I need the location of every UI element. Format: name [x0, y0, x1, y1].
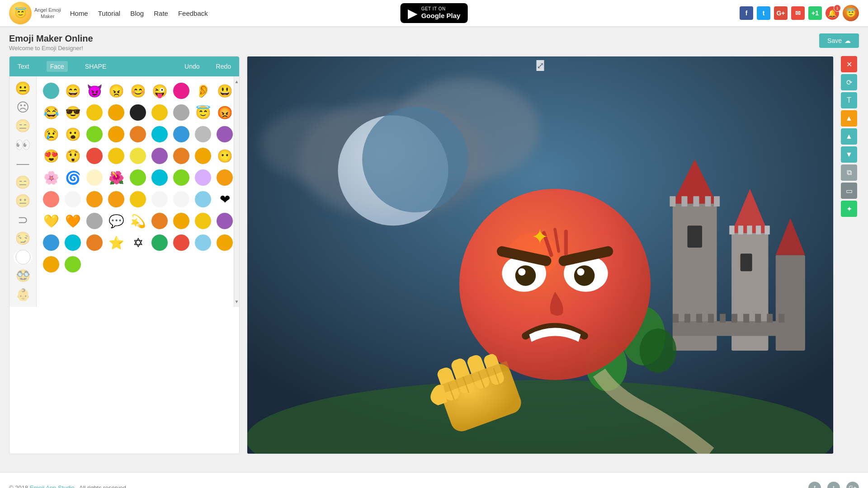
- emoji-cell[interactable]: 😲: [63, 146, 83, 166]
- save-button[interactable]: Save ☁: [819, 33, 859, 48]
- emoji-cell[interactable]: [106, 124, 126, 144]
- emoji-cell[interactable]: [41, 254, 61, 274]
- emoji-cell[interactable]: 👂: [193, 81, 213, 101]
- emoji-cell[interactable]: [41, 189, 61, 209]
- emoji-cell[interactable]: [150, 124, 170, 144]
- emoji-cell[interactable]: [128, 146, 148, 166]
- emoji-cell[interactable]: [85, 211, 104, 231]
- emoji-cell[interactable]: 💛: [41, 211, 61, 231]
- face-item[interactable]: —: [14, 156, 33, 171]
- tab-redo[interactable]: Redo: [212, 61, 235, 72]
- emoji-cell[interactable]: 😂: [41, 103, 61, 122]
- emoji-cell[interactable]: [63, 254, 83, 274]
- footer-twitter-button[interactable]: t: [827, 482, 840, 488]
- emoji-cell[interactable]: 😎: [63, 103, 83, 122]
- emoji-cell[interactable]: [85, 103, 104, 122]
- email-button[interactable]: ✉: [791, 6, 805, 20]
- nav-rate[interactable]: Rate: [154, 9, 168, 17]
- emoji-cell[interactable]: [128, 168, 148, 188]
- emoji-cell[interactable]: 😈: [85, 81, 104, 101]
- emoji-cell[interactable]: 😡: [215, 103, 234, 122]
- nav-home[interactable]: Home: [70, 9, 88, 17]
- face-item[interactable]: 😑: [14, 118, 33, 134]
- emoji-cell[interactable]: [128, 124, 148, 144]
- footer-studio-link[interactable]: Emoji App Studio: [30, 484, 75, 488]
- emoji-cell[interactable]: 💬: [106, 211, 126, 231]
- scroll-down-arrow[interactable]: ▼: [233, 297, 241, 306]
- emoji-cell[interactable]: ⭐: [106, 233, 126, 253]
- tab-shape[interactable]: SHAPE: [81, 61, 110, 72]
- face-item[interactable]: 😏: [14, 231, 33, 246]
- emoji-cell[interactable]: 😄: [63, 81, 83, 101]
- emoji-cell[interactable]: [215, 211, 234, 231]
- toolbar-close-button[interactable]: ✕: [841, 56, 857, 72]
- google-play-button[interactable]: ▶ GET IT ON Google Play: [401, 3, 468, 23]
- emoji-cell[interactable]: 😮: [63, 124, 83, 144]
- emoji-cell[interactable]: [106, 189, 126, 209]
- emoji-cell[interactable]: 😍: [41, 146, 61, 166]
- toolbar-resize-button[interactable]: ▭: [841, 183, 857, 199]
- emoji-cell[interactable]: [193, 124, 213, 144]
- emoji-cell[interactable]: 😶: [215, 146, 234, 166]
- toolbar-special-button[interactable]: ✦: [841, 201, 857, 217]
- emoji-cell[interactable]: [150, 103, 170, 122]
- emoji-cell[interactable]: [41, 81, 61, 101]
- emoji-cell[interactable]: [150, 168, 170, 188]
- toolbar-collapse-button[interactable]: ▼: [841, 146, 857, 163]
- google-plus-button[interactable]: G+: [774, 6, 788, 20]
- emoji-cell[interactable]: 💫: [128, 211, 148, 231]
- emoji-cell[interactable]: [171, 233, 191, 253]
- nav-feedback[interactable]: Feedback: [178, 9, 208, 17]
- facebook-button[interactable]: f: [740, 6, 753, 20]
- emoji-cell[interactable]: [150, 146, 170, 166]
- footer-facebook-button[interactable]: f: [808, 482, 821, 488]
- notification-button[interactable]: 🔔 1: [826, 6, 839, 20]
- emoji-cell[interactable]: [215, 124, 234, 144]
- emoji-cell[interactable]: [128, 103, 148, 122]
- toolbar-copy-button[interactable]: ⧉: [841, 164, 857, 181]
- face-item[interactable]: 👶: [14, 287, 33, 303]
- tab-undo[interactable]: Undo: [181, 61, 203, 72]
- canvas-expand-button[interactable]: ⤢: [537, 60, 544, 71]
- emoji-cell[interactable]: ✡: [128, 233, 148, 253]
- emoji-cell[interactable]: ❤: [215, 189, 234, 209]
- toolbar-up-button[interactable]: ▲: [841, 110, 857, 127]
- emoji-cell[interactable]: [150, 233, 170, 253]
- emoji-cell[interactable]: [63, 189, 83, 209]
- avatar[interactable]: 😇: [843, 5, 859, 21]
- toolbar-expand-button[interactable]: ▲: [841, 128, 857, 145]
- logo[interactable]: 😇 Angel EmojiMaker: [9, 2, 61, 24]
- tab-face[interactable]: Face: [47, 61, 68, 72]
- emoji-cell[interactable]: [150, 211, 170, 231]
- emoji-cell[interactable]: [193, 146, 213, 166]
- emoji-cell[interactable]: [63, 233, 83, 253]
- emoji-cell[interactable]: 😃: [215, 81, 234, 101]
- emoji-cell[interactable]: [171, 168, 191, 188]
- face-item[interactable]: ☹: [14, 100, 33, 115]
- face-item[interactable]: ⊃: [14, 212, 33, 228]
- face-item[interactable]: 😐: [14, 81, 33, 96]
- face-item[interactable]: 👀: [14, 137, 33, 153]
- twitter-button[interactable]: t: [757, 6, 770, 20]
- emoji-cell[interactable]: [41, 233, 61, 253]
- toolbar-refresh-button[interactable]: ⟳: [841, 74, 857, 90]
- emoji-cell[interactable]: 🌀: [63, 168, 83, 188]
- tab-text[interactable]: Text: [14, 61, 33, 72]
- face-item[interactable]: 😐: [14, 193, 33, 209]
- emoji-cell[interactable]: [193, 189, 213, 209]
- emoji-cell[interactable]: [215, 168, 234, 188]
- emoji-cell[interactable]: [171, 211, 191, 231]
- emoji-cell[interactable]: [171, 124, 191, 144]
- emoji-cell[interactable]: 😊: [128, 81, 148, 101]
- emoji-cell[interactable]: [150, 189, 170, 209]
- emoji-cell[interactable]: [171, 103, 191, 122]
- emoji-cell[interactable]: 🌸: [41, 168, 61, 188]
- emoji-cell[interactable]: [85, 189, 104, 209]
- nav-tutorial[interactable]: Tutorial: [98, 9, 120, 17]
- emoji-cell[interactable]: [171, 146, 191, 166]
- emoji-cell[interactable]: [85, 146, 104, 166]
- emoji-cell[interactable]: 🌺: [106, 168, 126, 188]
- emoji-cell[interactable]: 😇: [193, 103, 213, 122]
- scroll-up-arrow[interactable]: ▲: [233, 77, 241, 86]
- emoji-cell[interactable]: [193, 168, 213, 188]
